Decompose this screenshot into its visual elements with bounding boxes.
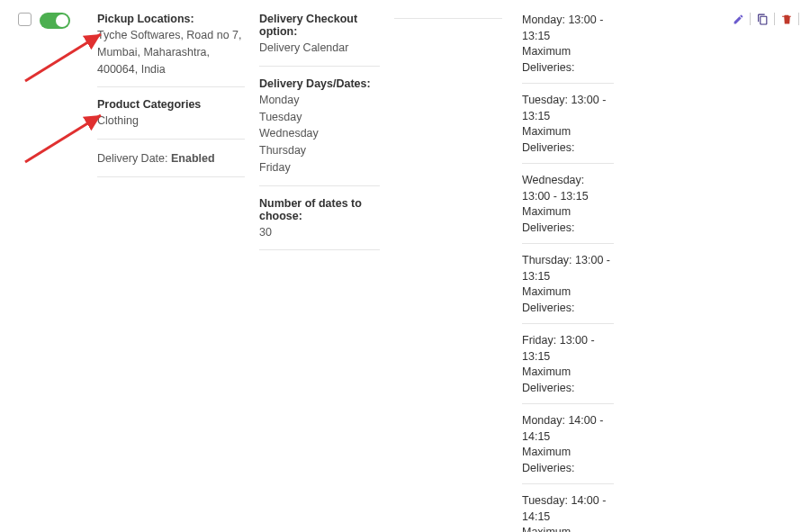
delivery-day: Friday bbox=[259, 159, 380, 176]
delivery-date-line: Delivery Date: Enabled bbox=[97, 150, 245, 167]
time-slot: Friday: 13:00 - 13:15Maximum Deliveries: bbox=[522, 333, 614, 404]
time-slot-range: Monday: 14:00 - 14:15 bbox=[522, 413, 614, 445]
action-divider bbox=[774, 13, 775, 25]
time-slot-max: Maximum Deliveries: bbox=[522, 124, 614, 156]
time-slot: Tuesday: 14:00 - 14:15Maximum Deliveries… bbox=[522, 493, 614, 532]
time-slot: Tuesday: 13:00 - 13:15Maximum Deliveries… bbox=[522, 93, 614, 164]
time-slot: Wednesday: 13:00 - 13:15Maximum Deliveri… bbox=[522, 173, 614, 244]
col-time-slots: Monday: 13:00 - 13:15Maximum Deliveries:… bbox=[504, 13, 621, 532]
time-slot-range: Friday: 13:00 - 13:15 bbox=[522, 333, 614, 365]
product-categories-label: Product Categories bbox=[97, 98, 245, 111]
action-divider bbox=[750, 13, 751, 25]
delete-icon[interactable] bbox=[780, 13, 793, 25]
action-divider bbox=[798, 13, 799, 25]
copy-icon[interactable] bbox=[756, 13, 769, 25]
settings-row: Pickup Locations: Tyche Softwares, Road … bbox=[0, 0, 810, 532]
time-slot-max: Maximum Deliveries: bbox=[522, 365, 614, 396]
time-slot-range: Monday: 13:00 - 13:15 bbox=[522, 13, 614, 44]
enable-toggle[interactable] bbox=[40, 13, 70, 29]
col-delivery-options: Delivery Checkout option: Delivery Calen… bbox=[252, 13, 387, 261]
edit-icon[interactable] bbox=[732, 13, 744, 25]
checkout-option-value: Delivery Calendar bbox=[259, 40, 380, 57]
toggle-col bbox=[36, 13, 90, 29]
time-slot-range: Thursday: 13:00 - 13:15 bbox=[522, 253, 614, 284]
delivery-day: Wednesday bbox=[259, 125, 380, 142]
pickup-locations-label: Pickup Locations: bbox=[97, 13, 245, 25]
time-slot-max: Maximum Deliveries: bbox=[522, 525, 614, 532]
checkout-option-label: Delivery Checkout option: bbox=[259, 13, 380, 38]
delivery-day: Tuesday bbox=[259, 109, 380, 126]
pickup-locations-value: Tyche Softwares, Road no 7, Mumbai, Maha… bbox=[97, 27, 245, 77]
time-slot-range: Tuesday: 13:00 - 13:15 bbox=[522, 93, 614, 124]
time-slot-max: Maximum Deliveries: bbox=[522, 445, 614, 476]
product-categories-value: Clothing bbox=[97, 113, 245, 130]
time-slot-range: Tuesday: 14:00 - 14:15 bbox=[522, 493, 614, 525]
col-spacer bbox=[387, 13, 504, 24]
delivery-day: Monday bbox=[259, 92, 380, 109]
num-dates-label: Number of dates to choose: bbox=[259, 197, 380, 222]
checkbox-col bbox=[0, 13, 36, 26]
row-actions bbox=[732, 13, 799, 25]
delivery-date-value: Enabled bbox=[171, 152, 215, 165]
time-slot-max: Maximum Deliveries: bbox=[522, 284, 614, 316]
row-checkbox[interactable] bbox=[18, 13, 32, 26]
delivery-day: Thursday bbox=[259, 142, 380, 159]
time-slot-max: Maximum Deliveries: bbox=[522, 204, 614, 236]
time-slot-max: Maximum Deliveries: bbox=[522, 44, 614, 76]
time-slot-range: Wednesday: 13:00 - 13:15 bbox=[522, 173, 614, 204]
delivery-date-label: Delivery Date: bbox=[97, 152, 171, 165]
delivery-days-label: Delivery Days/Dates: bbox=[259, 77, 380, 90]
num-dates-value: 30 bbox=[259, 224, 380, 241]
time-slot: Monday: 14:00 - 14:15Maximum Deliveries: bbox=[522, 413, 614, 484]
col-pickup: Pickup Locations: Tyche Softwares, Road … bbox=[90, 13, 252, 188]
time-slot: Thursday: 13:00 - 13:15Maximum Deliverie… bbox=[522, 253, 614, 324]
time-slot: Monday: 13:00 - 13:15Maximum Deliveries: bbox=[522, 13, 614, 84]
